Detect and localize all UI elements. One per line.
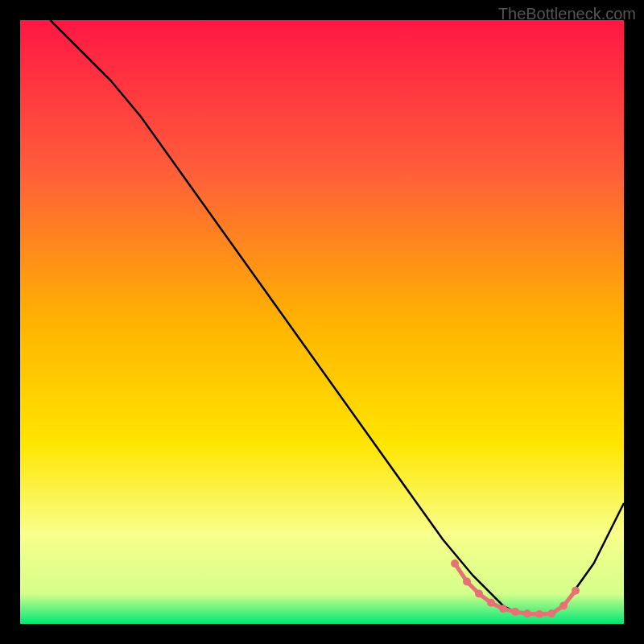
svg-point-3	[475, 590, 483, 598]
svg-point-1	[451, 559, 459, 568]
svg-point-4	[487, 599, 495, 607]
svg-point-10	[559, 602, 568, 610]
watermark-text: TheBottleneck.com	[498, 5, 636, 23]
optimal-range-markers	[451, 559, 580, 618]
svg-point-8	[535, 610, 543, 618]
svg-point-9	[547, 609, 555, 617]
chart-plot-area	[20, 20, 624, 624]
bottleneck-curve-path	[51, 20, 625, 615]
svg-point-11	[572, 587, 580, 595]
svg-point-5	[499, 605, 507, 613]
svg-point-7	[523, 609, 531, 617]
svg-point-6	[511, 608, 519, 616]
chart-curve	[20, 20, 624, 624]
svg-point-2	[463, 578, 471, 586]
